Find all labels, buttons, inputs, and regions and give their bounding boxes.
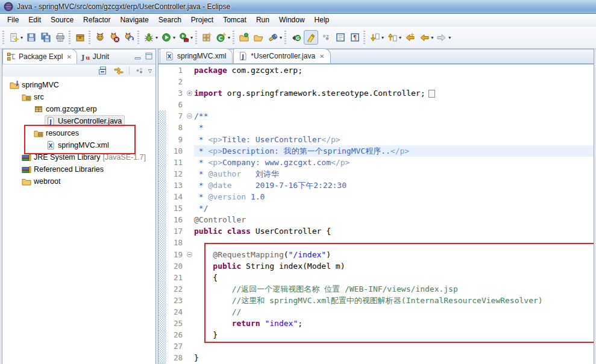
- toggle-breadcrumb-button[interactable]: G: [289, 31, 303, 44]
- view-tab-package-expl[interactable]: Package Expl✕: [2, 49, 77, 64]
- open-type-button[interactable]: [237, 31, 251, 44]
- eclipse-window: Java - springMVC/src/com/gzcgxt/erp/User…: [0, 0, 596, 364]
- code-text[interactable]: [194, 76, 594, 87]
- new-class-button[interactable]: C: [215, 31, 228, 44]
- code-text[interactable]: * @date 2019-7-16下午2:22:30: [194, 180, 594, 191]
- search-dropdown-icon[interactable]: ▾: [280, 35, 282, 40]
- run-dropdown-icon[interactable]: ▾: [173, 35, 175, 40]
- view-menu-button[interactable]: [133, 64, 146, 77]
- menu-project[interactable]: Project: [186, 14, 218, 25]
- code-text[interactable]: * <p>Company: www.gzcgxt.com</p>: [194, 157, 594, 168]
- editor-tab-usercontroller-java[interactable]: J*UserController.java✕: [233, 48, 331, 63]
- tree-item-usercontroller-java[interactable]: JUserController.java: [2, 115, 155, 127]
- maximize-icon[interactable]: [144, 51, 154, 61]
- tree-item-jre-system-library[interactable]: JRE System Library [JavaSE-1.7]: [2, 151, 155, 163]
- tree-item-src[interactable]: src: [2, 91, 155, 103]
- code-text[interactable]: [194, 237, 594, 248]
- print-button[interactable]: [54, 31, 67, 44]
- tomcat-restart-button[interactable]: [122, 31, 136, 44]
- tree-item-webroot[interactable]: webroot: [2, 175, 155, 187]
- new-wizard-dropdown-icon[interactable]: ▾: [20, 35, 23, 40]
- tree-item-referenced-libraries[interactable]: Referenced Libraries: [2, 163, 155, 175]
- back-button[interactable]: [418, 31, 431, 44]
- save-all-button[interactable]: [39, 31, 52, 44]
- code-text[interactable]: public String index(Model m): [194, 260, 594, 272]
- search-button[interactable]: [266, 31, 280, 44]
- code-text[interactable]: import org.springframework.stereotype.Co…: [194, 87, 594, 99]
- code-text[interactable]: return "index";: [194, 318, 594, 329]
- close-icon[interactable]: ✕: [319, 53, 324, 60]
- previous-annotation-button[interactable]: [386, 31, 399, 44]
- tree-item-springmvc[interactable]: JspringMVC: [2, 79, 155, 91]
- save-button[interactable]: [25, 31, 38, 44]
- code-text[interactable]: {: [194, 272, 594, 283]
- tomcat-stop-button[interactable]: [108, 31, 121, 44]
- code-text[interactable]: [194, 99, 594, 110]
- code-text[interactable]: /**: [194, 110, 594, 122]
- last-edit-location-button[interactable]: [403, 31, 416, 44]
- link-with-editor-button[interactable]: [112, 64, 125, 77]
- tree-item-resources[interactable]: resources: [2, 127, 155, 139]
- debug-dropdown-icon[interactable]: ▾: [155, 35, 158, 40]
- code-text[interactable]: public class UserController {: [194, 225, 594, 237]
- forward-button[interactable]: [435, 31, 448, 44]
- menu-help[interactable]: Help: [310, 14, 334, 25]
- code-text[interactable]: //返回一个逻辑视图名称 位置 /WEB-INF/views/index.jsp: [194, 283, 594, 295]
- code-text[interactable]: }: [194, 352, 594, 363]
- menu-refactor[interactable]: Refactor: [78, 14, 115, 25]
- menu-run[interactable]: Run: [251, 14, 274, 25]
- show-source-button[interactable]: [334, 31, 347, 44]
- view-tab-junit[interactable]: JuJUnit: [77, 49, 114, 64]
- code-editor[interactable]: 1package com.gzcgxt.erp;23+import org.sp…: [158, 64, 594, 364]
- minimize-icon[interactable]: [133, 51, 143, 61]
- code-text[interactable]: @Controller: [194, 214, 594, 225]
- next-annotation-dropdown-icon[interactable]: ▾: [381, 35, 384, 40]
- code-text[interactable]: * <p>Title: UserController</p>: [194, 134, 594, 145]
- code-text[interactable]: //: [194, 306, 594, 318]
- run-external-tools-dropdown-icon[interactable]: ▾: [190, 35, 193, 40]
- debug-button[interactable]: [142, 31, 155, 44]
- fold-collapse-icon[interactable]: −: [187, 113, 192, 119]
- code-text[interactable]: * @version 1.0: [194, 191, 594, 202]
- code-text[interactable]: @RequestMapping("/index"): [194, 249, 594, 260]
- menu-search[interactable]: Search: [154, 14, 186, 25]
- previous-annotation-dropdown-icon[interactable]: ▾: [399, 35, 401, 40]
- code-text[interactable]: * @author 刘诗华: [194, 168, 594, 180]
- editor-tab-springmvc-xml[interactable]: XspringMVC.xml: [160, 48, 233, 63]
- code-text[interactable]: [194, 340, 594, 352]
- forward-dropdown-icon[interactable]: ▾: [448, 35, 451, 40]
- tomcat-start-button[interactable]: [93, 31, 107, 44]
- fold-expand-icon[interactable]: +: [187, 90, 192, 96]
- tree-item-springmvc-xml[interactable]: XspringMVC.xml: [2, 139, 155, 151]
- code-text[interactable]: package com.gzcgxt.erp;: [194, 64, 594, 76]
- toggle-mark-occurrences-button[interactable]: [304, 30, 318, 45]
- run-button[interactable]: [160, 31, 173, 44]
- menu-edit[interactable]: Edit: [24, 14, 46, 25]
- code-text[interactable]: }: [194, 329, 594, 340]
- show-selected-element-button[interactable]: [319, 31, 333, 44]
- tree-item-com-gzcgxt-erp[interactable]: com.gzcgxt.erp: [2, 103, 155, 115]
- import-archive-button[interactable]: [74, 31, 87, 44]
- run-external-tools-button[interactable]: [177, 31, 190, 44]
- menu-tomcat[interactable]: Tomcat: [218, 14, 251, 25]
- menu-navigate[interactable]: Navigate: [115, 14, 153, 25]
- code-text[interactable]: //这里和 springMVC.xml配置中的视图解析器(InternalRes…: [194, 295, 594, 306]
- new-wizard-button[interactable]: [7, 31, 20, 44]
- code-text[interactable]: * <p>Description: 我的第一个springMVC程序..</p>: [194, 145, 594, 157]
- fold-collapse-icon[interactable]: −: [187, 252, 192, 257]
- code-text[interactable]: *: [194, 122, 594, 133]
- back-dropdown-icon[interactable]: ▾: [431, 35, 433, 40]
- new-java-project-button[interactable]: [200, 31, 213, 44]
- new-class-dropdown-icon[interactable]: ▾: [228, 35, 230, 40]
- code-text[interactable]: */: [194, 202, 594, 214]
- menu-source[interactable]: Source: [46, 14, 78, 25]
- next-annotation-button[interactable]: [368, 31, 381, 44]
- open-resource-button[interactable]: [252, 31, 265, 44]
- collapse-all-button[interactable]: [96, 64, 109, 77]
- folded-region-icon[interactable]: [428, 90, 435, 98]
- menu-file[interactable]: File: [2, 14, 24, 25]
- show-whitespace-button[interactable]: ¶: [348, 31, 362, 44]
- menu-window[interactable]: Window: [274, 14, 310, 25]
- view-menu-dropdown-icon[interactable]: ▽: [148, 68, 152, 74]
- close-icon[interactable]: ✕: [66, 54, 71, 60]
